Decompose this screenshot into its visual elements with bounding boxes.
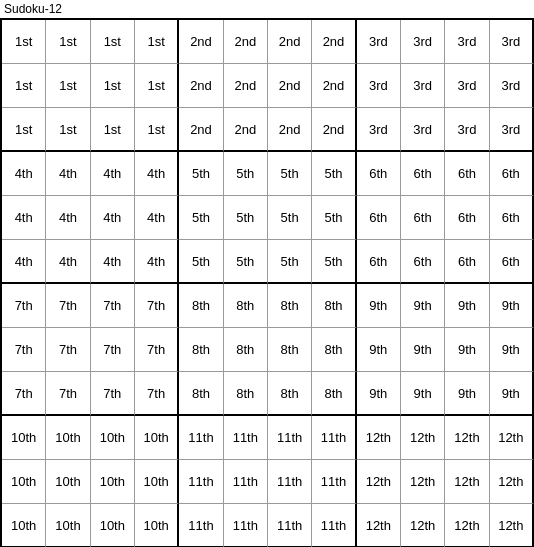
grid-cell: 3rd [357,64,401,108]
grid-cell: 6th [490,152,534,196]
grid-cell: 2nd [312,64,356,108]
grid-cell: 1st [91,64,135,108]
grid-cell: 4th [135,196,179,240]
grid-cell: 12th [490,504,534,547]
grid-cell: 2nd [312,20,356,64]
grid-cell: 7th [46,328,90,372]
grid-cell: 7th [46,284,90,328]
grid-cell: 12th [401,460,445,504]
grid-cell: 8th [224,328,268,372]
grid-cell: 10th [2,416,46,460]
grid-cell: 11th [268,504,312,547]
grid-cell: 4th [91,152,135,196]
title: Sudoku-12 [0,0,534,18]
grid-cell: 12th [401,504,445,547]
grid-cell: 6th [401,196,445,240]
grid-cell: 2nd [224,20,268,64]
grid-cell: 12th [490,460,534,504]
grid-cell: 11th [312,416,356,460]
grid-cell: 11th [224,504,268,547]
grid-cell: 10th [2,504,46,547]
grid-cell: 6th [357,152,401,196]
grid-cell: 10th [135,460,179,504]
grid-cell: 4th [2,152,46,196]
grid-cell: 3rd [445,108,489,152]
grid-cell: 1st [2,108,46,152]
grid-cell: 7th [135,328,179,372]
grid-cell: 9th [490,328,534,372]
grid-cell: 1st [2,20,46,64]
grid-cell: 9th [357,372,401,416]
grid-cell: 3rd [445,20,489,64]
grid-cell: 7th [91,284,135,328]
grid-cell: 2nd [268,108,312,152]
grid-cell: 9th [401,372,445,416]
grid-cell: 9th [445,372,489,416]
grid-cell: 2nd [179,64,223,108]
grid-cell: 10th [91,416,135,460]
grid-cell: 5th [224,240,268,284]
grid-cell: 4th [46,152,90,196]
grid-cell: 3rd [357,20,401,64]
grid-cell: 11th [224,460,268,504]
grid-cell: 5th [179,196,223,240]
grid-cell: 9th [357,284,401,328]
grid-cell: 3rd [490,20,534,64]
grid-cell: 7th [91,328,135,372]
grid-cell: 2nd [268,64,312,108]
grid-cell: 10th [2,460,46,504]
grid-cell: 10th [46,416,90,460]
grid-cell: 2nd [224,108,268,152]
grid-cell: 7th [2,372,46,416]
grid-cell: 11th [312,460,356,504]
grid-cell: 12th [445,460,489,504]
grid-cell: 7th [91,372,135,416]
grid-cell: 3rd [490,64,534,108]
grid-cell: 5th [268,196,312,240]
grid-cell: 5th [312,196,356,240]
grid-cell: 3rd [357,108,401,152]
sudoku-grid: 1st1st1st1st2nd2nd2nd2nd3rd3rd3rd3rd1st1… [0,18,534,547]
grid-cell: 12th [401,416,445,460]
grid-cell: 11th [224,416,268,460]
grid-cell: 8th [268,372,312,416]
grid-cell: 7th [46,372,90,416]
grid-cell: 11th [312,504,356,547]
grid-cell: 12th [445,416,489,460]
grid-cell: 4th [91,240,135,284]
grid-cell: 8th [312,328,356,372]
grid-cell: 11th [179,460,223,504]
grid-cell: 4th [46,240,90,284]
grid-cell: 6th [445,240,489,284]
grid-cell: 10th [91,504,135,547]
grid-cell: 1st [46,20,90,64]
grid-cell: 4th [2,196,46,240]
grid-cell: 1st [2,64,46,108]
grid-cell: 8th [312,284,356,328]
grid-cell: 9th [445,284,489,328]
grid-cell: 3rd [401,108,445,152]
grid-cell: 3rd [401,20,445,64]
grid-cell: 6th [357,196,401,240]
grid-cell: 7th [135,372,179,416]
grid-cell: 9th [401,284,445,328]
grid-cell: 4th [91,196,135,240]
grid-cell: 9th [401,328,445,372]
grid-cell: 8th [268,328,312,372]
grid-cell: 3rd [445,64,489,108]
grid-cell: 2nd [224,64,268,108]
grid-cell: 4th [2,240,46,284]
grid-cell: 4th [135,152,179,196]
grid-cell: 1st [135,64,179,108]
grid-cell: 1st [135,108,179,152]
grid-cell: 7th [2,328,46,372]
grid-cell: 1st [46,64,90,108]
grid-cell: 12th [445,504,489,547]
grid-cell: 7th [2,284,46,328]
grid-cell: 8th [179,372,223,416]
grid-cell: 8th [312,372,356,416]
grid-cell: 8th [179,284,223,328]
grid-cell: 7th [135,284,179,328]
grid-cell: 5th [312,152,356,196]
grid-cell: 9th [490,372,534,416]
